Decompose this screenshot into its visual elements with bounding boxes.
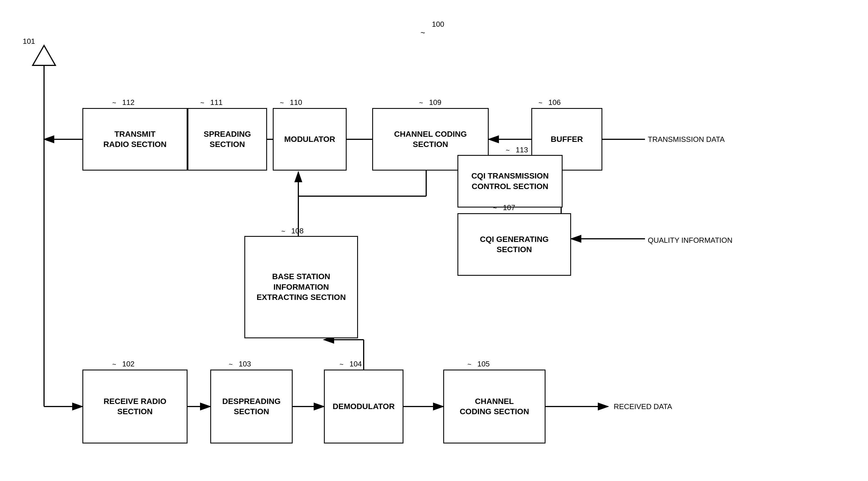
demodulator-block: DEMODULATOR	[324, 369, 403, 444]
ref-106: 106	[548, 98, 561, 107]
ref-103: 103	[239, 360, 251, 368]
svg-marker-1	[33, 46, 55, 65]
ref-112: 112	[122, 98, 134, 107]
transmit-radio-block: TRANSMITRADIO SECTION	[83, 108, 188, 171]
receive-radio-block: RECEIVE RADIOSECTION	[83, 369, 188, 444]
transmission-data-label: TRANSMISSION DATA	[648, 135, 725, 144]
diagram: 100 ~ 101 TRANSMITRADIO SECTION 112 ~ SP…	[0, 0, 868, 481]
ref-104: 104	[349, 360, 362, 368]
ref-109: 109	[429, 98, 441, 107]
spreading-block: SPREADINGSECTION	[188, 108, 267, 171]
ref-107: 107	[503, 203, 515, 212]
modulator-block: MODULATOR	[273, 108, 347, 171]
ref-110: 110	[290, 98, 302, 107]
ref-100-tilde: ~	[421, 28, 425, 37]
base-station-block: BASE STATIONINFORMATIONEXTRACTING SECTIO…	[244, 236, 358, 338]
ref-113: 113	[516, 146, 528, 154]
ref-111: 111	[210, 98, 222, 107]
ref-100: 100	[432, 20, 444, 29]
ref-108: 108	[291, 227, 304, 235]
cqi-generating-block: CQI GENERATINGSECTION	[458, 213, 571, 276]
received-data-label: RECEIVED DATA	[614, 402, 672, 411]
quality-information-label: QUALITY INFORMATION	[648, 236, 733, 245]
ref-101: 101	[23, 37, 35, 46]
cqi-transmission-block: CQI TRANSMISSIONCONTROL SECTION	[458, 155, 563, 208]
ref-105: 105	[477, 360, 490, 368]
channel-coding-bot-block: CHANNELCODING SECTION	[443, 369, 546, 444]
despreading-block: DESPREADINGSECTION	[210, 369, 293, 444]
ref-102: 102	[122, 360, 134, 368]
